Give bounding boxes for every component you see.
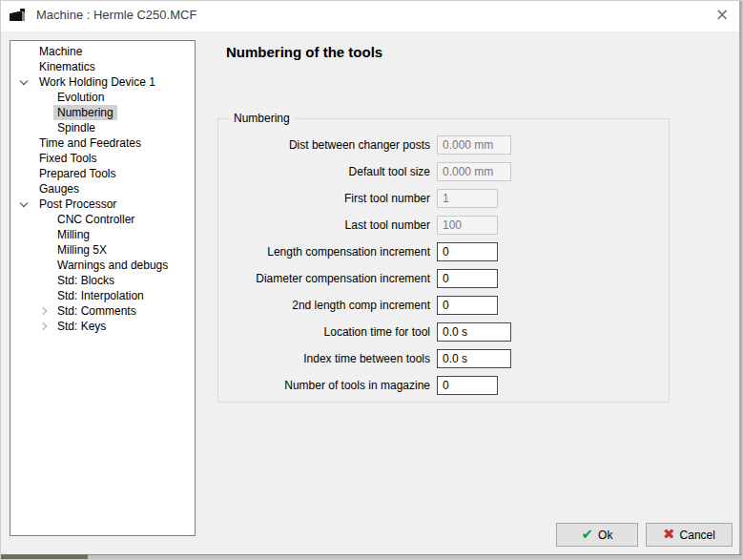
tree-item-warnings-and-debugs[interactable]: Warnings and debugs: [10, 258, 195, 273]
field-row: 2nd length comp increment: [218, 296, 669, 315]
field-input-number-of-tools-in-magazine[interactable]: [437, 376, 498, 395]
tree-item-label: Machine: [35, 44, 86, 59]
tree-item-label: Post Processor: [35, 197, 120, 212]
tree-item-label: Time and Feedrates: [35, 135, 145, 151]
tree-item-std-keys[interactable]: Std: Keys: [10, 319, 195, 334]
screen-bottom-edge-left: [0, 554, 88, 560]
field-input-first-tool-number: [437, 189, 498, 208]
field-label: Location time for tool: [218, 325, 430, 339]
tree-item-kinematics[interactable]: Kinematics: [10, 59, 195, 74]
chevron-right-icon[interactable]: [39, 322, 47, 330]
field-row: First tool number: [218, 189, 669, 208]
field-input-diameter-compensation-increment[interactable]: [437, 269, 498, 288]
field-input-index-time-between-tools[interactable]: [437, 349, 511, 368]
tree-item-label: Numbering: [53, 105, 117, 120]
chevron-down-icon[interactable]: [20, 199, 28, 207]
tree-item-label: Gauges: [35, 181, 83, 197]
tree-item-spindle[interactable]: Spindle: [10, 120, 195, 135]
tree-item-prepared-tools[interactable]: Prepared Tools: [10, 166, 195, 181]
field-row: Number of tools in magazine: [218, 376, 669, 395]
field-input-dist-between-changer-posts: [437, 135, 511, 155]
field-row: Index time between tools: [218, 349, 669, 368]
field-input-length-compensation-increment[interactable]: [437, 242, 498, 261]
field-input-last-tool-number: [437, 216, 498, 235]
field-input-default-tool-size: [437, 162, 511, 181]
field-label: Default tool size: [218, 165, 430, 178]
tree-item-label: Work Holding Device 1: [35, 74, 159, 90]
field-label: Length compensation increment: [218, 245, 430, 259]
close-icon[interactable]: ×: [709, 2, 735, 27]
screen-bottom-edge: [0, 554, 743, 560]
field-input-2nd-length-comp-increment[interactable]: [437, 296, 498, 315]
tree-item-label: Std: Keys: [53, 319, 110, 334]
tree-item-std-interpolation[interactable]: Std: Interpolation: [10, 288, 195, 303]
tree-item-evolution[interactable]: Evolution: [10, 90, 195, 105]
field-label: Number of tools in magazine: [218, 379, 430, 392]
field-label: Last tool number: [218, 218, 430, 232]
cancel-button[interactable]: ✖ Cancel: [646, 523, 733, 547]
tree-item-milling[interactable]: Milling: [10, 227, 195, 242]
tree-item-fixed-tools[interactable]: Fixed Tools: [10, 151, 195, 166]
tree-item-label: Spindle: [53, 120, 99, 135]
tree-item-std-blocks[interactable]: Std: Blocks: [10, 273, 195, 288]
groupbox-legend: Numbering: [229, 112, 295, 125]
fields-container: Dist between changer postsDefault tool s…: [218, 119, 669, 395]
field-label: Dist between changer posts: [218, 138, 430, 152]
tree-item-label: Evolution: [53, 90, 108, 105]
field-row: Last tool number: [218, 216, 669, 235]
tree-item-label: Std: Interpolation: [53, 288, 148, 303]
window-title: Machine : Hermle C250.MCF: [36, 8, 196, 22]
ok-button[interactable]: ✔ Ok: [556, 523, 638, 547]
field-input-location-time-for-tool[interactable]: [437, 322, 511, 342]
field-row: Dist between changer posts: [218, 135, 669, 155]
field-row: Location time for tool: [218, 322, 669, 342]
window-right-edge: [739, 0, 743, 560]
tree-item-milling-5x[interactable]: Milling 5X: [10, 242, 195, 258]
title-bar: Machine : Hermle C250.MCF ×: [0, 0, 743, 31]
field-row: Default tool size: [218, 162, 669, 181]
tree-item-cnc-controller[interactable]: CNC Controller: [10, 212, 195, 227]
tree-item-machine[interactable]: Machine: [10, 44, 195, 59]
numbering-groupbox: Numbering Dist between changer postsDefa…: [217, 118, 670, 403]
tree-item-post-processor[interactable]: Post Processor: [10, 197, 195, 212]
field-row: Diameter compensation increment: [218, 269, 669, 288]
tree-item-label: Prepared Tools: [35, 166, 120, 181]
navigation-tree: MachineKinematicsWork Holding Device 1Ev…: [10, 40, 196, 536]
page-title: Numbering of the tools: [226, 44, 382, 60]
field-label: 2nd length comp increment: [218, 299, 430, 312]
tree-item-numbering[interactable]: Numbering: [10, 105, 195, 120]
check-icon: ✔: [582, 528, 594, 542]
tree-item-label: Std: Blocks: [53, 273, 118, 288]
tree-item-label: CNC Controller: [53, 212, 138, 227]
field-label: Index time between tools: [218, 352, 430, 365]
tree-item-gauges[interactable]: Gauges: [10, 181, 195, 197]
tree-item-label: Fixed Tools: [35, 151, 100, 166]
field-label: Diameter compensation increment: [218, 272, 430, 285]
cancel-button-label: Cancel: [680, 529, 715, 542]
tree-item-label: Kinematics: [35, 59, 99, 74]
chevron-down-icon[interactable]: [20, 77, 28, 85]
ok-button-label: Ok: [598, 529, 612, 542]
machine-icon: [9, 9, 26, 23]
field-row: Length compensation increment: [218, 242, 669, 261]
tree-item-label: Milling: [53, 227, 93, 242]
tree-item-label: Warnings and debugs: [53, 258, 172, 273]
tree-item-std-comments[interactable]: Std: Comments: [10, 303, 195, 319]
tree-item-label: Milling 5X: [53, 242, 111, 258]
tree-item-work-holding-device-1[interactable]: Work Holding Device 1: [10, 74, 195, 90]
tree-item-time-and-feedrates[interactable]: Time and Feedrates: [10, 135, 195, 151]
tree-item-label: Std: Comments: [53, 303, 140, 319]
cross-icon: ✖: [663, 528, 675, 542]
chevron-right-icon[interactable]: [39, 307, 47, 315]
field-label: First tool number: [218, 192, 430, 205]
